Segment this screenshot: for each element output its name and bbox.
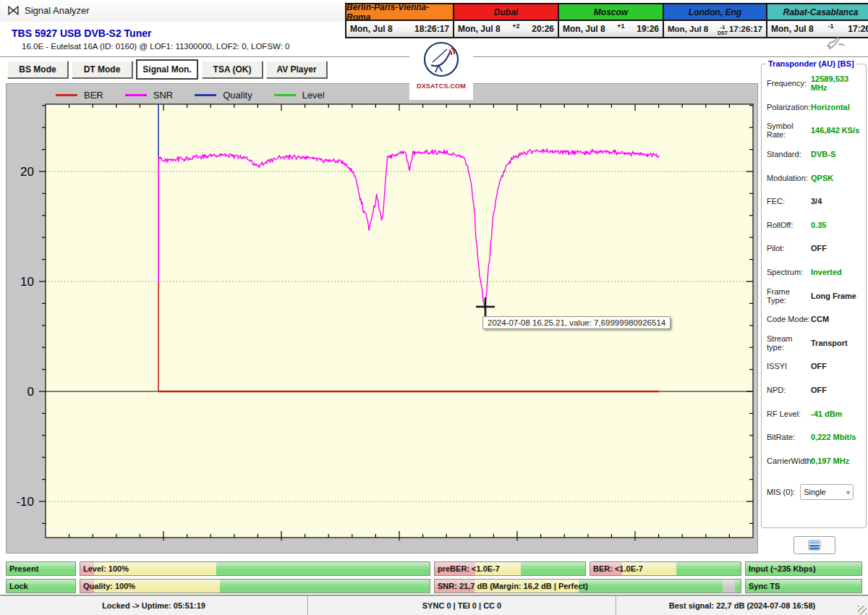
clock-date: Mon, Jul 8 xyxy=(563,24,605,34)
status-cell: BER: <1.0E-7 xyxy=(590,561,741,576)
status-cell: Quality: 100% xyxy=(80,579,430,593)
transponder-row-value: 0,197 MHz xyxy=(811,457,849,465)
transponder-row: CarrierWidth:0,197 MHz xyxy=(762,449,866,473)
transponder-row-value: 0,222 Mbit/s xyxy=(811,433,856,441)
transponder-row-label: Frame Type: xyxy=(767,287,811,305)
transponder-row-label: RF Level: xyxy=(767,410,811,418)
stream-record-button[interactable] xyxy=(793,536,835,554)
tab-signal-mon[interactable]: Signal Mon. xyxy=(136,59,198,80)
clock-time: 19:26 xyxy=(637,24,659,34)
transponder-row-value: OFF xyxy=(811,244,827,253)
clock-rabat: Rabat-Casablanca Mon, Jul 8 -1 17:26 xyxy=(766,3,868,38)
meter-segment xyxy=(220,580,430,593)
clock-city-label: London, Eng xyxy=(664,4,766,21)
meter-segment xyxy=(521,562,585,575)
transponder-row: Code Mode:CCM xyxy=(762,308,866,331)
transponder-row: RF Level:-41 dBm xyxy=(762,402,866,425)
svg-text:-10: -10 xyxy=(16,495,34,509)
transponder-row-value: Long Frame xyxy=(811,292,856,300)
transponder-row-label: BitRate: xyxy=(767,433,811,441)
mis-label: MIS (0): xyxy=(767,488,795,496)
chevron-down-icon: ▾ xyxy=(846,488,850,496)
transponder-row: Frame Type:Long Frame xyxy=(762,284,866,308)
transponder-row-value: Inverted xyxy=(811,268,842,276)
transponder-row-label: Modulation: xyxy=(767,174,811,182)
status-cell-label: Quality: 100% xyxy=(83,582,135,590)
stream-stack-icon xyxy=(808,540,821,551)
status-sync-counters: SYNC 0 | TEI 0 | CC 0 xyxy=(308,595,616,615)
mis-row: MIS (0): Single ▾ xyxy=(767,484,862,500)
transponder-row-label: Code Mode: xyxy=(767,315,811,323)
signal-analyzer-window: Signal Analyzer Berlin-Paris-Vienna-Roma… xyxy=(0,0,868,615)
satellite-dish-icon xyxy=(422,41,460,78)
transponder-row-value: CCM xyxy=(811,315,829,323)
transponder-row: BitRate:0,222 Mbit/s xyxy=(762,425,866,449)
app-icon xyxy=(7,4,20,20)
status-best-signal: Best signal: 22,7 dB (2024-07-08 16:58) xyxy=(616,595,868,615)
clock-time: 17:26 xyxy=(848,24,868,34)
transponder-row-label: Standard: xyxy=(767,150,811,158)
transponder-row-value: OFF xyxy=(811,362,827,370)
status-cell-label: Lock xyxy=(9,582,28,590)
mis-dropdown[interactable]: Single ▾ xyxy=(800,484,854,500)
transponder-row-label: Stream type: xyxy=(767,334,811,352)
tuner-subtitle: 16.0E - Eutelsat 16A (ID: 0160) @ LOF1: … xyxy=(22,42,290,51)
transponder-row: Standard:DVB-S xyxy=(762,143,866,166)
transponder-row-value: 146,842 KS/s xyxy=(811,126,859,135)
transponder-row-label: FEC: xyxy=(767,197,811,205)
transponder-row-value: QPSK xyxy=(811,174,833,182)
resize-grip[interactable] xyxy=(858,606,867,614)
transponder-row: Spectrum:Inverted xyxy=(762,260,866,284)
transponder-row: RollOff:0.35 xyxy=(762,213,866,237)
clock-city-label: Dubai xyxy=(454,4,558,21)
clock-utc-offset: -1 xyxy=(827,22,833,30)
transponder-row-label: ISSYI xyxy=(767,362,811,370)
transponder-row-label: Polarization: xyxy=(767,103,811,111)
transponder-rows: Frequency:12589,533 MHzPolarization:Hori… xyxy=(762,72,866,472)
tab-av-player[interactable]: AV Player xyxy=(266,61,327,78)
mis-value: Single xyxy=(804,488,826,496)
tab-tsa[interactable]: TSA (OK) xyxy=(202,61,263,78)
clock-berlin: Berlin-Paris-Vienna-Roma Mon, Jul 8 18:2… xyxy=(345,3,454,38)
svg-text:20: 20 xyxy=(20,165,34,179)
clock-time: 18:26:17 xyxy=(414,24,449,34)
status-cell: Present xyxy=(6,561,76,576)
meter-segment xyxy=(216,562,430,575)
transponder-row-value: DVB-S xyxy=(811,150,835,158)
status-cell: Input (~235 Kbps) xyxy=(745,561,862,576)
clock-utc-offset: +2 xyxy=(512,22,519,30)
meter-segment xyxy=(579,580,723,593)
transponder-row: Frequency:12589,533 MHz xyxy=(762,72,866,96)
transponder-row: ISSYIOFF xyxy=(762,355,866,378)
clock-utc-offset: +1 xyxy=(617,22,624,30)
status-meter xyxy=(80,562,430,575)
logo-text: DXSATCS.COM xyxy=(409,82,473,90)
tab-bs-mode[interactable]: BS Mode xyxy=(7,61,68,78)
transponder-row-label: Symbol Rate: xyxy=(767,122,811,139)
status-cell-label: SNR: 21,7 dB (Margin: 16,2 dB | Perfect) xyxy=(438,582,588,590)
transponder-panel: Transponder (AU) [BS] Frequency:12589,53… xyxy=(761,64,867,528)
transponder-row-label: Spectrum: xyxy=(767,268,811,276)
transponder-row: Polarization:Horizontal xyxy=(762,96,866,119)
clock-city-label: Berlin-Paris-Vienna-Roma xyxy=(346,4,453,21)
transponder-row-value: 12589,533 MHz xyxy=(811,75,866,92)
transponder-row-value: Transport xyxy=(811,339,848,347)
status-cell: preBER: <1.0E-7 xyxy=(434,561,586,576)
status-cell: Lock xyxy=(6,579,76,593)
clock-date: Mon, Jul 8 xyxy=(350,24,393,34)
tab-dt-mode[interactable]: DT Mode xyxy=(72,61,132,78)
transponder-panel-title: Transponder (AU) [BS] xyxy=(766,59,856,68)
transponder-row: Symbol Rate:146,842 KS/s xyxy=(762,119,866,143)
transponder-row-value: 0.35 xyxy=(811,221,826,229)
world-clocks: Berlin-Paris-Vienna-Roma Mon, Jul 8 18:2… xyxy=(345,3,868,38)
status-cell-label: preBER: <1.0E-7 xyxy=(438,564,500,573)
transponder-row-value: -41 dBm xyxy=(811,410,842,418)
transponder-row: FEC:3/4 xyxy=(762,190,866,213)
transponder-row-label: CarrierWidth: xyxy=(767,457,811,465)
status-bar: Locked -> Uptime: 05:51:19 SYNC 0 | TEI … xyxy=(0,595,868,615)
transponder-row-value: OFF xyxy=(811,386,827,394)
status-cell-label: Present xyxy=(9,564,38,573)
clock-time: 17:26:17 xyxy=(729,25,762,33)
transponder-row: NPD:OFF xyxy=(762,378,866,402)
status-cell: SNR: 21,7 dB (Margin: 16,2 dB | Perfect) xyxy=(434,579,741,593)
